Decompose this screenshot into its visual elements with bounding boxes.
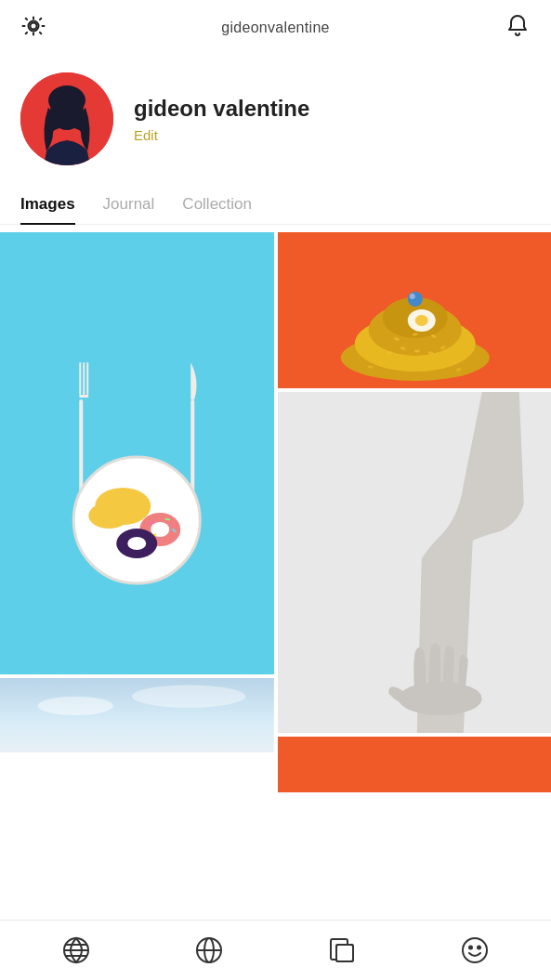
svg-point-59 — [463, 938, 487, 962]
nav-spacer — [0, 792, 551, 853]
svg-point-15 — [88, 503, 129, 529]
profile-name: gideon valentine — [134, 96, 309, 122]
edit-button[interactable]: Edit — [134, 127, 309, 143]
left-column — [0, 232, 274, 792]
svg-rect-5 — [30, 232, 243, 674]
profile-info: gideon valentine Edit — [134, 96, 309, 143]
svg-point-0 — [31, 23, 37, 30]
avatar — [20, 72, 113, 165]
nav-profile[interactable] — [447, 927, 503, 973]
tab-collection[interactable]: Collection — [182, 186, 252, 225]
right-column — [278, 232, 552, 792]
svg-point-26 — [132, 685, 245, 707]
svg-rect-10 — [79, 395, 88, 398]
tab-journal[interactable]: Journal — [103, 186, 155, 225]
svg-point-60 — [469, 947, 472, 949]
svg-point-42 — [407, 292, 422, 307]
svg-point-43 — [409, 294, 414, 299]
svg-rect-9 — [86, 362, 88, 395]
image-tile-cyan[interactable] — [0, 232, 274, 674]
svg-rect-57 — [336, 945, 353, 961]
top-bar: gideonvalentine — [0, 0, 551, 56]
image-tile-orange[interactable] — [278, 232, 552, 388]
svg-point-41 — [414, 315, 427, 326]
bottom-nav — [0, 920, 551, 980]
nav-explore[interactable] — [181, 927, 237, 973]
images-grid — [0, 225, 551, 792]
profile-section: gideon valentine Edit — [0, 56, 551, 186]
tabs-bar: Images Journal Collection — [0, 186, 551, 225]
nav-collections[interactable] — [314, 927, 370, 973]
username-label: gideonvalentine — [221, 20, 330, 36]
svg-rect-8 — [83, 362, 85, 395]
svg-point-4 — [48, 85, 85, 115]
notification-icon[interactable] — [505, 13, 531, 43]
svg-rect-7 — [79, 362, 81, 395]
image-tile-orange-bottom[interactable] — [278, 737, 552, 792]
svg-point-25 — [38, 696, 113, 714]
tab-images[interactable]: Images — [20, 186, 75, 225]
image-tile-gray[interactable] — [278, 392, 552, 733]
image-tile-sky[interactable] — [0, 678, 274, 752]
settings-icon[interactable] — [20, 13, 46, 43]
svg-point-23 — [127, 537, 146, 550]
svg-point-61 — [478, 947, 480, 949]
nav-feed[interactable] — [48, 927, 104, 973]
